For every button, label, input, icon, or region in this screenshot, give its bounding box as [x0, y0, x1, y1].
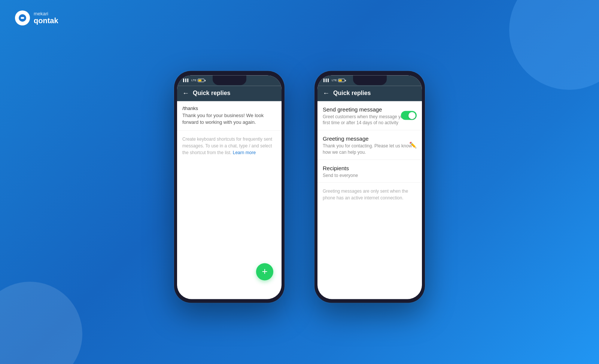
lte-label-2: LTE — [332, 79, 337, 82]
learn-more-link[interactable]: Learn more — [233, 150, 256, 155]
greeting-message-label: Greeting message — [323, 135, 417, 142]
recipients-label: Recipients — [323, 165, 417, 171]
reply-text: Thank you for your business! We look for… — [182, 112, 276, 126]
phone-1-back-button[interactable]: ← — [182, 89, 189, 97]
phone-1-status-icons: ▌▌▌ LTE — [183, 79, 204, 82]
bg-decoration-top-right — [509, 0, 599, 90]
brand-mekari: mekari — [34, 11, 58, 16]
footer-note: Greeting messages are only sent when the… — [317, 183, 422, 207]
phone-1-status-bar: ▌▌▌ LTE — [177, 75, 282, 86]
quick-reply-item[interactable]: /thanks Thank you for your business! We … — [177, 101, 282, 131]
edit-greeting-icon[interactable]: ✏️ — [409, 141, 417, 149]
logo: mekari qontak — [15, 10, 58, 25]
phone-1-header: ← Quick replies — [177, 86, 282, 101]
logo-text: mekari qontak — [34, 11, 58, 25]
battery-icon — [198, 79, 204, 82]
toggle-knob — [408, 112, 416, 119]
phone-2-header: ← Quick replies — [317, 86, 422, 101]
phone-2: ▌▌▌ LTE ← Quick replies Send greeting me… — [314, 71, 425, 303]
phone-2-screen: ▌▌▌ LTE ← Quick replies Send greeting me… — [317, 75, 422, 299]
phone-2-notch — [353, 75, 387, 85]
battery-fill — [198, 79, 201, 81]
recipients-sublabel: Send to everyone — [323, 172, 417, 179]
phones-container: ▌▌▌ LTE ← Quick replies /thanks Thank yo… — [174, 71, 425, 303]
phone-2-status-icons: ▌▌▌ LTE — [323, 79, 345, 82]
phone-1: ▌▌▌ LTE ← Quick replies /thanks Thank yo… — [174, 71, 285, 303]
logo-icon — [15, 10, 30, 25]
bg-decoration-bottom-left — [0, 282, 82, 364]
add-quick-reply-fab[interactable]: + — [256, 263, 273, 280]
phone-1-screen: ▌▌▌ LTE ← Quick replies /thanks Thank yo… — [177, 75, 282, 299]
signal-icon-2: ▌▌▌ — [323, 79, 330, 82]
send-greeting-section: Send greeting message Greet customers wh… — [317, 101, 422, 131]
lte-label: LTE — [191, 79, 197, 82]
brand-qontak: qontak — [34, 16, 58, 25]
send-greeting-toggle[interactable] — [401, 111, 417, 120]
help-text-section: Create keyboard shortcuts for frequently… — [177, 131, 282, 161]
help-text-content: Create keyboard shortcuts for frequently… — [182, 137, 272, 155]
recipients-section[interactable]: Recipients Send to everyone — [317, 160, 422, 183]
phone-2-status-bar: ▌▌▌ LTE — [317, 75, 422, 86]
greeting-message-text: Thank you for contacting. Please let us … — [323, 143, 417, 156]
greeting-message-section: Greeting message Thank you for contactin… — [317, 130, 422, 160]
phone-2-back-button[interactable]: ← — [323, 89, 329, 97]
phone-1-title: Quick replies — [193, 90, 276, 97]
signal-icon: ▌▌▌ — [183, 79, 189, 82]
shortcut-label: /thanks — [182, 105, 276, 111]
battery-fill-2 — [339, 79, 342, 81]
phone-2-title: Quick replies — [333, 90, 417, 97]
battery-icon-2 — [338, 79, 345, 82]
phone-1-notch — [213, 75, 246, 85]
